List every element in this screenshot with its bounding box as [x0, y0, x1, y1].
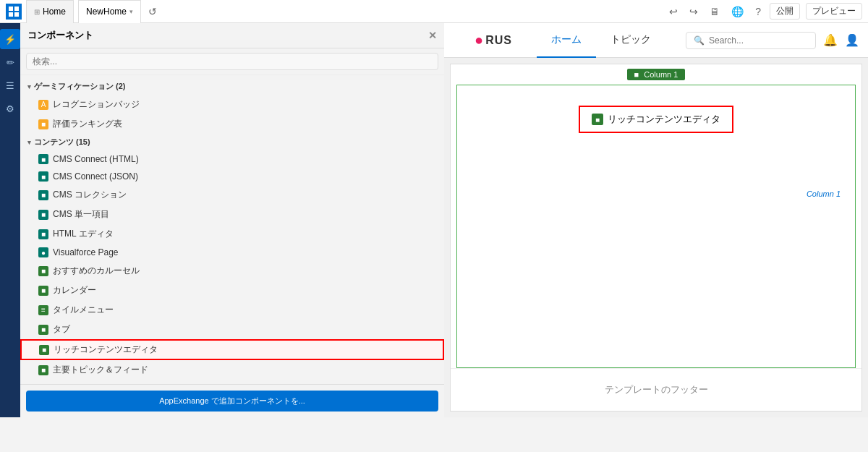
sidebar-icons: ⚡ ✏ ☰ ⚙ — [0, 23, 20, 417]
search-box: 🔍 — [686, 32, 816, 49]
sidebar-search-input[interactable] — [26, 53, 438, 70]
item-icon: ■ — [38, 171, 48, 182]
nav-right: 🔍 🔔 👤 — [686, 32, 868, 49]
sidebar-list: ▾ ゲーミフィケーション (2) A レコグニションバッジ ■ 評価ランキング表… — [20, 75, 444, 384]
nav-bar: ● RUS ホーム トピック 🔍 🔔 👤 — [444, 23, 868, 58]
list-item[interactable]: ■ 評価ランキング表 — [20, 114, 444, 134]
undo-button[interactable]: ↩ — [666, 4, 681, 19]
placed-component-icon: ■ — [592, 114, 603, 125]
sidebar-close-button[interactable]: ✕ — [428, 30, 437, 41]
item-icon: ≡ — [38, 305, 48, 315]
item-icon: ■ — [38, 229, 48, 239]
rich-content-editor-item[interactable]: ■ リッチコンテンツエディタ — [20, 339, 444, 360]
search-input[interactable] — [709, 35, 803, 46]
appexchange-button[interactable]: AppExchange で追加コンポーネントを... — [26, 391, 438, 412]
nav-tabs: ホーム トピック — [537, 23, 665, 58]
svg-rect-3 — [14, 12, 19, 17]
nav-logo: ● RUS — [450, 29, 537, 52]
list-item[interactable]: ■ おすすめのカルーセル — [20, 261, 444, 281]
list-item[interactable]: A レコグニションバッジ — [20, 95, 444, 114]
help-button[interactable]: ? — [752, 4, 764, 19]
content-area: ● RUS ホーム トピック 🔍 🔔 👤 — [444, 23, 868, 417]
item-label: CMS Connect (JSON) — [53, 171, 138, 182]
top-bar-right: ↩ ↪ 🖥 🌐 ? 公開 プレビュー — [666, 3, 862, 20]
category-contents[interactable]: ▾ コンテンツ (15) — [20, 134, 444, 150]
item-icon: ■ — [38, 210, 48, 220]
list-item[interactable]: ≡ タイルメニュー — [20, 300, 444, 320]
list-item[interactable]: ■ CMS Connect (HTML) — [20, 150, 444, 168]
component-drop-area: ■ リッチコンテンツエディタ — [472, 100, 841, 187]
item-label: 主要トピック＆フィード — [53, 364, 148, 376]
nav-left: ● RUS — [444, 29, 537, 52]
top-bar-left: ⊞ Home NewHome ▾ ↺ — [6, 0, 160, 23]
publish-button[interactable]: 公開 — [770, 3, 800, 20]
item-icon: ■ — [39, 345, 49, 355]
list-item[interactable]: ■ CMS Connect (JSON) — [20, 168, 444, 185]
list-item[interactable]: ● Visualforce Page — [20, 244, 444, 261]
item-label: CMS コレクション — [53, 189, 127, 201]
nav-tab-topic[interactable]: トピック — [596, 23, 665, 58]
category-label: ゲーミフィケーション (2) — [34, 81, 126, 92]
item-label: Visualforce Page — [53, 247, 119, 257]
item-label: おすすめのカルーセル — [53, 265, 140, 277]
top-bar: ⊞ Home NewHome ▾ ↺ ↩ ↪ 🖥 🌐 ? 公開 プレビュー — [0, 0, 868, 23]
search-icon: 🔍 — [694, 35, 705, 46]
page-canvas: ■ Column 1 ■ リッチコンテンツエディタ Column 1 テンプレー… — [450, 64, 862, 412]
placed-component[interactable]: ■ リッチコンテンツエディタ — [579, 106, 733, 133]
list-item[interactable]: ■ カレンダー — [20, 281, 444, 300]
page-footer: テンプレートのフッター — [451, 368, 861, 411]
item-icon: ■ — [38, 266, 48, 276]
bell-icon[interactable]: 🔔 — [823, 33, 838, 47]
main-layout: ⚡ ✏ ☰ ⚙ コンポーネント ✕ ▾ ゲーミフィケーション (2) A レコグ… — [0, 23, 868, 417]
sidebar-lightning-icon[interactable]: ⚡ — [0, 29, 20, 49]
item-label: HTML エディタ — [53, 228, 114, 240]
list-item[interactable]: ■ 主要トピック＆フィード — [20, 360, 444, 380]
sidebar-footer: AppExchange で追加コンポーネントを... — [20, 384, 444, 417]
item-label: タイルメニュー — [53, 304, 114, 316]
item-icon: ■ — [38, 286, 48, 296]
sidebar-pencil-icon[interactable]: ✏ — [0, 52, 20, 72]
list-item[interactable]: ■ HTML エディタ — [20, 224, 444, 244]
item-label: CMS 単一項目 — [53, 208, 109, 221]
sidebar-list-icon[interactable]: ☰ — [0, 75, 20, 95]
app-icon[interactable] — [6, 4, 22, 20]
item-icon: ■ — [38, 154, 48, 164]
nav-tab-topic-label: トピック — [610, 33, 651, 46]
sidebar-title: コンポーネント — [27, 29, 93, 42]
placed-component-label: リッチコンテンツエディタ — [608, 113, 720, 126]
newhome-tab-label: NewHome — [86, 7, 127, 17]
item-icon: ■ — [38, 190, 48, 200]
list-item[interactable]: ■ CMS コレクション — [20, 185, 444, 205]
svg-rect-0 — [9, 7, 13, 11]
item-label: レコグニションバッジ — [53, 98, 140, 111]
item-label: CMS Connect (HTML) — [53, 154, 139, 164]
globe-button[interactable]: 🌐 — [728, 4, 746, 19]
preview-button[interactable]: プレビュー — [806, 3, 862, 20]
item-label: リッチコンテンツエディタ — [54, 344, 158, 356]
list-item[interactable]: ■ CMS 単一項目 — [20, 205, 444, 224]
user-icon[interactable]: 👤 — [845, 33, 859, 47]
category-gamification[interactable]: ▾ ゲーミフィケーション (2) — [20, 78, 444, 95]
home-tab[interactable]: ⊞ Home — [26, 0, 74, 23]
nav-tab-home-label: ホーム — [551, 33, 582, 46]
nav-tab-home[interactable]: ホーム — [537, 23, 596, 58]
redo-button[interactable]: ↪ — [686, 4, 701, 19]
footer-text: テンプレートのフッター — [605, 384, 708, 395]
list-item[interactable]: ■ タブ — [20, 320, 444, 339]
item-icon: ■ — [38, 119, 48, 129]
newhome-tab[interactable]: NewHome ▾ — [78, 0, 141, 23]
item-label: 評価ランキング表 — [53, 118, 122, 130]
column-label-bottom: Column 1 — [472, 187, 841, 201]
reload-button[interactable]: ↺ — [145, 6, 160, 17]
sidebar-gear-icon[interactable]: ⚙ — [0, 98, 20, 119]
item-label: タブ — [53, 323, 70, 336]
column-label[interactable]: ■ Column 1 — [627, 69, 686, 80]
monitor-button[interactable]: 🖥 — [707, 4, 723, 19]
category-arrow: ▾ — [27, 83, 31, 90]
svg-rect-2 — [9, 12, 13, 17]
home-tab-icon: ⊞ — [34, 8, 40, 16]
sidebar-search — [20, 48, 444, 75]
column-label-bar: ■ Column 1 — [451, 64, 861, 85]
newhome-tab-arrow: ▾ — [129, 8, 133, 15]
sidebar-header: コンポーネント ✕ — [20, 23, 444, 48]
